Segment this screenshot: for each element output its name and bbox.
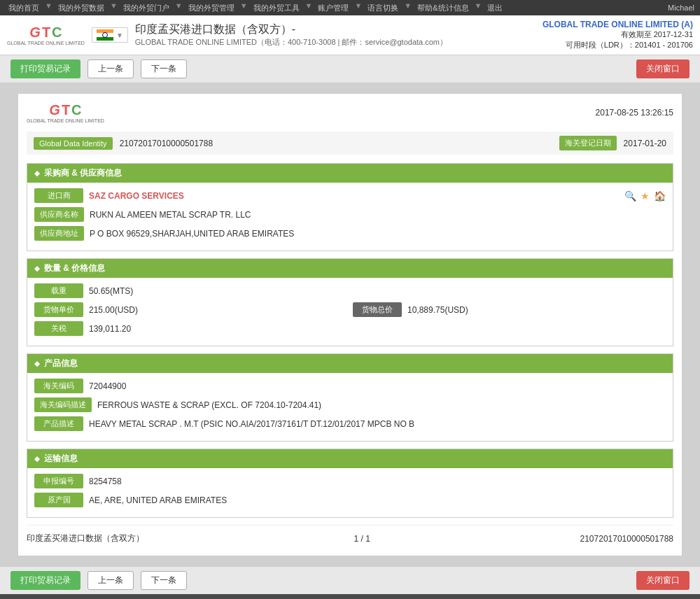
product-desc-label: 产品描述 (34, 416, 83, 431)
supplier-address-value: P O BOX 96529,SHARJAH,UNITED ARAB EMIRAT… (90, 229, 666, 239)
importer-icons: 🔍 ★ 🏠 (624, 190, 666, 202)
top-navigation: 我的首页 ▼ 我的外贸数据 ▼ 我的外贸门户 ▼ 我的外贸管理 ▼ 我的外贸工具… (0, 0, 700, 15)
product-desc-value: HEAVY METAL SCRAP . M.T (PSIC NO.AIA/201… (89, 419, 666, 429)
nav-logout[interactable]: 退出 (484, 1, 505, 15)
weight-row: 载重 50.65(MTS) (34, 283, 666, 298)
identity-row: Global Data Identity 2107201701000050178… (27, 132, 673, 155)
supplier-name-row: 供应商名称 RUKN AL AMEEN METAL SCRAP TR. LLC (34, 207, 666, 222)
importer-row: 进口商 SAZ CARGO SERVICES 🔍 ★ 🏠 (34, 188, 666, 203)
header-right: GLOBAL TRADE ONLINE LIMITED (A) 有效期至 201… (542, 20, 693, 50)
right-time: 可用时段（LDR）：201401 - 201706 (542, 40, 693, 50)
transport-body: 申报编号 8254758 原产国 AE, ARE, UNITED ARAB EM… (27, 468, 673, 517)
prev-button-top[interactable]: 上一条 (88, 59, 134, 78)
nav-trade-data[interactable]: 我的外贸数据 (55, 1, 107, 15)
top-toolbar: 打印贸易记录 上一条 下一条 关闭窗口 (0, 55, 700, 83)
record-logo: GTC GLOBAL TRADE ONLINE LIMITED (27, 102, 104, 123)
print-button-bottom[interactable]: 打印贸易记录 (10, 571, 80, 590)
nav-items: 我的首页 ▼ 我的外贸数据 ▼ 我的外贸门户 ▼ 我的外贸管理 ▼ 我的外贸工具… (6, 1, 505, 15)
record-gtc-logo: GTC (49, 102, 81, 118)
country-flag-box: ▼ (92, 27, 128, 43)
quantity-price-section: 数量 & 价格信息 载重 50.65(MTS) 货物单价 215.00(USD)… (27, 258, 673, 346)
record-footer-middle: 1 / 1 (354, 534, 370, 544)
quantity-price-header: 数量 & 价格信息 (27, 259, 673, 278)
weight-value: 50.65(MTS) (89, 286, 666, 296)
hs-desc-value: FERROUS WASTE & SCRAP (EXCL. OF 7204.10-… (97, 400, 666, 410)
date-label: 海关登记日期 (559, 136, 617, 150)
identity-label: Global Data Identity (34, 137, 113, 150)
hs-code-label: 海关编码 (34, 379, 83, 393)
tariff-value: 139,011.20 (89, 324, 666, 334)
page-footer: 苏ICP备14033305号 Company Website | Global … (0, 594, 700, 599)
buyer-supplier-body: 进口商 SAZ CARGO SERVICES 🔍 ★ 🏠 供应商名称 RUKN … (27, 183, 673, 251)
supplier-name-label: 供应商名称 (34, 207, 84, 222)
origin-country-value: AE, ARE, UNITED ARAB EMIRATES (89, 495, 666, 505)
importer-value: SAZ CARGO SERVICES (89, 191, 619, 201)
record-datetime: 2017-08-25 13:26:15 (596, 108, 673, 118)
nav-trade-manage[interactable]: 我的外贸管理 (186, 1, 237, 15)
tariff-label: 关税 (34, 321, 83, 336)
prev-button-bottom[interactable]: 上一条 (88, 571, 134, 590)
nav-trade-tools[interactable]: 我的外贸工具 (251, 1, 302, 15)
buyer-supplier-header: 采购商 & 供应商信息 (27, 164, 673, 183)
nav-user: Michael (668, 3, 694, 12)
logo: GTC GLOBAL TRADE ONLINE LIMITED (7, 24, 85, 45)
record-footer-left: 印度孟买港进口数据（含双方） (27, 533, 144, 544)
nav-help[interactable]: 帮助&统计信息 (414, 1, 471, 15)
price-row: 货物单价 215.00(USD) 货物总价 10,889.75(USD) (34, 302, 666, 317)
home-icon[interactable]: 🏠 (654, 190, 666, 202)
page-header: GTC GLOBAL TRADE ONLINE LIMITED ▼ 印度孟买港进… (0, 15, 700, 55)
page-title: 印度孟买港进口数据（含双方）- (135, 22, 447, 37)
product-header: 产品信息 (27, 354, 673, 373)
header-title-section: 印度孟买港进口数据（含双方）- GLOBAL TRADE ONLINE LIMI… (135, 22, 447, 48)
origin-country-row: 原产国 AE, ARE, UNITED ARAB EMIRATES (34, 493, 666, 507)
main-content: GTC GLOBAL TRADE ONLINE LIMITED 2017-08-… (18, 93, 682, 556)
transport-section: 运输信息 申报编号 8254758 原产国 AE, ARE, UNITED AR… (27, 449, 673, 518)
hs-desc-row: 海关编码描述 FERROUS WASTE & SCRAP (EXCL. OF 7… (34, 397, 666, 412)
supplier-address-row: 供应商地址 P O BOX 96529,SHARJAH,UNITED ARAB … (34, 226, 666, 241)
gtc-logo-text: GTC (29, 24, 62, 41)
next-button-bottom[interactable]: 下一条 (141, 571, 187, 590)
search-icon[interactable]: 🔍 (624, 190, 636, 202)
print-button-top[interactable]: 打印贸易记录 (10, 59, 80, 78)
quantity-price-body: 载重 50.65(MTS) 货物单价 215.00(USD) 货物总价 10,8… (27, 278, 673, 346)
nav-language[interactable]: 语言切换 (365, 1, 401, 15)
unit-price-value: 215.00(USD) (89, 305, 347, 315)
india-flag (97, 29, 113, 41)
record-logo-sub: GLOBAL TRADE ONLINE LIMITED (27, 118, 104, 123)
weight-label: 载重 (34, 283, 83, 298)
next-button-top[interactable]: 下一条 (141, 59, 187, 78)
date-value: 2017-01-20 (624, 139, 666, 148)
right-company: GLOBAL TRADE ONLINE LIMITED (A) (542, 20, 693, 29)
hs-code-value: 72044900 (89, 381, 666, 391)
buyer-supplier-section: 采购商 & 供应商信息 进口商 SAZ CARGO SERVICES 🔍 ★ 🏠… (27, 163, 673, 251)
nav-trade-portal[interactable]: 我的外贸门户 (120, 1, 172, 15)
nav-account[interactable]: 账户管理 (315, 1, 351, 15)
record-header: GTC GLOBAL TRADE ONLINE LIMITED 2017-08-… (27, 102, 673, 123)
importer-label: 进口商 (34, 188, 83, 203)
close-button-top[interactable]: 关闭窗口 (636, 59, 690, 78)
hs-code-row: 海关编码 72044900 (34, 379, 666, 393)
nav-home[interactable]: 我的首页 (6, 1, 42, 15)
bottom-toolbar: 打印贸易记录 上一条 下一条 关闭窗口 (0, 566, 700, 594)
unit-price-label: 货物单价 (34, 302, 83, 317)
close-button-bottom[interactable]: 关闭窗口 (636, 571, 690, 590)
decl-num-value: 8254758 (89, 477, 666, 486)
decl-num-label: 申报编号 (34, 474, 83, 488)
origin-country-label: 原产国 (34, 493, 83, 507)
company-info: GLOBAL TRADE ONLINE LIMITED（电话：400-710-3… (135, 37, 447, 48)
hs-desc-label: 海关编码描述 (34, 397, 92, 412)
product-section: 产品信息 海关编码 72044900 海关编码描述 FERROUS WASTE … (27, 353, 673, 442)
right-expire: 有效期至 2017-12-31 (542, 29, 693, 40)
record-footer: 印度孟买港进口数据（含双方） 1 / 1 2107201701000050178… (27, 525, 673, 547)
identity-value: 21072017010000501788 (120, 139, 552, 148)
product-desc-row: 产品描述 HEAVY METAL SCRAP . M.T (PSIC NO.AI… (34, 416, 666, 431)
header-left: GTC GLOBAL TRADE ONLINE LIMITED ▼ 印度孟买港进… (7, 22, 447, 48)
supplier-address-label: 供应商地址 (34, 226, 84, 241)
star-icon[interactable]: ★ (640, 190, 650, 202)
flag-dropdown-icon[interactable]: ▼ (116, 31, 123, 39)
total-price-label: 货物总价 (353, 302, 402, 317)
logo-subtitle: GLOBAL TRADE ONLINE LIMITED (7, 41, 85, 45)
product-body: 海关编码 72044900 海关编码描述 FERROUS WASTE & SCR… (27, 373, 673, 441)
supplier-name-value: RUKN AL AMEEN METAL SCRAP TR. LLC (90, 210, 666, 220)
transport-header: 运输信息 (27, 449, 673, 468)
